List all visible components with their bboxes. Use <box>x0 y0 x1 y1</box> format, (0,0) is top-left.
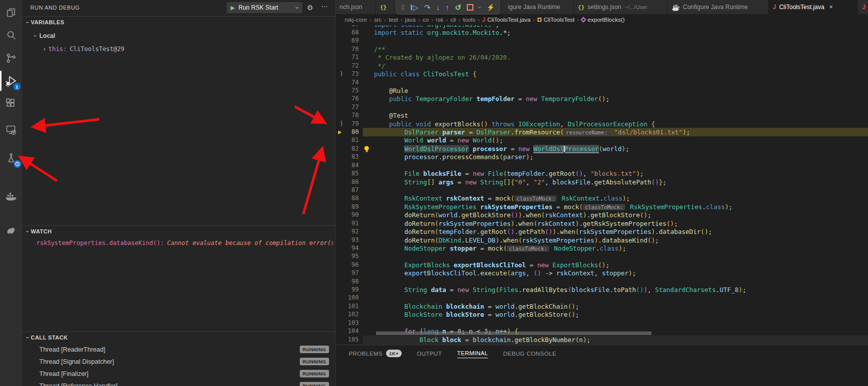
lightbulb-icon[interactable] <box>364 146 369 151</box>
line-number[interactable]: 87 <box>347 186 359 195</box>
line-number[interactable]: 71 <box>347 53 359 62</box>
hot-code-replace-icon[interactable]: ⚡ <box>486 4 495 11</box>
line-number[interactable]: 86 <box>347 178 359 186</box>
panel-tab-debug-console[interactable]: DEBUG CONSOLE <box>503 351 557 358</box>
code-line-80[interactable]: ▶80 DslParser parser = DslParser.fromRes… <box>336 128 868 136</box>
code-editor[interactable]: 67import static org.junit.Assert.*;68imp… <box>336 25 868 345</box>
stop-icon[interactable] <box>467 4 473 11</box>
close-icon[interactable]: × <box>829 4 833 11</box>
stop-chevron-icon[interactable]: › <box>477 6 483 8</box>
step-over-icon[interactable]: ↷ <box>424 4 430 11</box>
gutter-marker-icon[interactable]: ) <box>340 120 343 128</box>
line-number[interactable]: 75 <box>347 86 359 95</box>
line-number[interactable]: 69 <box>347 36 359 45</box>
code-line-88[interactable]: 88 RskContext rskContext = mock(classToM… <box>336 194 868 203</box>
line-number[interactable]: 97 <box>347 269 359 277</box>
line-number[interactable]: 80 <box>347 128 359 136</box>
call-stack-section-header[interactable]: › CALL STACK <box>22 331 335 343</box>
breadcrumb-item[interactable]: rsk <box>436 17 443 23</box>
code-line-98[interactable]: 98 <box>336 277 868 286</box>
line-number[interactable]: 84 <box>347 161 359 170</box>
breadcrumb-item[interactable]: JCliToolsTest.java <box>482 17 531 23</box>
line-number[interactable]: 88 <box>347 194 359 203</box>
line-number[interactable]: 103 <box>347 319 359 327</box>
gutter-marker-icon[interactable]: ) <box>340 70 343 78</box>
restart-icon[interactable]: ↺ <box>455 4 461 11</box>
line-number[interactable]: 98 <box>347 277 359 286</box>
more-actions-icon[interactable]: ⋯ <box>321 2 329 10</box>
code-line-87[interactable]: 87 <box>336 186 868 195</box>
gear-icon[interactable]: ⚙ <box>307 4 313 12</box>
editor-tab-settings.json[interactable]: {}settings.json~/.../User <box>574 0 668 14</box>
variables-scope-local[interactable]: › Local <box>22 30 335 41</box>
source-control-icon[interactable] <box>0 47 22 69</box>
code-line-81[interactable]: 81 World world = new World(); <box>336 136 868 144</box>
breadcrumb-item[interactable]: CliToolsTest <box>537 17 574 23</box>
line-number[interactable]: 96 <box>347 261 359 269</box>
editor-tab-Configure Java Runtime[interactable]: ☕Configure Java Runtime <box>668 0 769 14</box>
code-line-101[interactable]: 101 Blockchain blockchain = world.getBlo… <box>336 302 868 311</box>
line-number[interactable]: 101 <box>347 302 359 311</box>
code-line-83[interactable]: 83 processor.processCommands(parser); <box>336 153 868 161</box>
editor-tab-partial[interactable]: J <box>858 0 868 14</box>
code-line-93[interactable]: 93 doReturn(DbKind.LEVEL_DB).when(rskSys… <box>336 236 868 245</box>
line-number[interactable]: 99 <box>347 285 359 294</box>
continue-icon[interactable]: ▷ <box>411 4 419 11</box>
line-number[interactable]: 92 <box>347 227 359 236</box>
breadcrumb-item[interactable]: co <box>422 17 428 23</box>
panel-tab-terminal[interactable]: TERMINAL <box>457 350 488 358</box>
extensions-icon[interactable] <box>0 92 22 115</box>
code-line-70[interactable]: 70/** <box>336 45 868 54</box>
line-number[interactable]: 94 <box>347 244 359 253</box>
line-number[interactable]: 90 <box>347 211 359 219</box>
docker-icon[interactable] <box>0 185 22 207</box>
code-line-76[interactable]: 76 public TemporaryFolder tempFolder = n… <box>336 94 868 103</box>
code-line-90[interactable]: 90 doReturn(world.getBlockStore()).when(… <box>336 211 868 219</box>
code-line-84[interactable]: 84 <box>336 161 868 170</box>
code-line-86[interactable]: 86 String[] args = new String[]{"0", "2"… <box>336 178 868 186</box>
code-line-95[interactable]: 95 <box>336 252 868 261</box>
code-line-100[interactable]: 100 <box>336 294 868 302</box>
breadcrumb-item[interactable]: java <box>405 17 416 23</box>
code-line-102[interactable]: 102 BlockStore blockStore = world.getBlo… <box>336 310 868 319</box>
launch-config-dropdown[interactable]: ▶ Run RSK Start › <box>227 2 302 13</box>
line-number[interactable]: 89 <box>347 203 359 211</box>
code-line-105[interactable]: 105 Block block = blockchain.getBlockByN… <box>336 335 868 344</box>
breadcrumb-item[interactable]: rskj-core <box>345 17 367 23</box>
step-out-icon[interactable]: ↑ <box>446 4 450 11</box>
variable-this-row[interactable]: › this: CliToolsTest@29 <box>22 43 335 55</box>
line-number[interactable]: 83 <box>347 153 359 161</box>
line-number[interactable]: 95 <box>347 252 359 261</box>
panel-tab-problems[interactable]: PROBLEMS1K+ <box>349 350 402 359</box>
remote-explorer-icon[interactable] <box>0 119 22 141</box>
line-number[interactable]: 82 <box>347 144 359 153</box>
breadcrumb-item[interactable]: tools <box>463 17 475 23</box>
code-line-82[interactable]: 82 WorldDslProcessor processor = new Wor… <box>336 144 868 153</box>
run-and-debug-icon[interactable]: 1 <box>0 70 22 92</box>
line-number[interactable]: 102 <box>347 310 359 319</box>
line-number[interactable]: 68 <box>347 28 359 37</box>
code-line-79[interactable]: )79 public void exportBlocks() throws IO… <box>336 120 868 128</box>
editor-tab-nch.json[interactable]: nch.json <box>336 0 376 14</box>
call-stack-thread-row[interactable]: Thread [ReaderThread]RUNNING <box>22 344 335 355</box>
line-number[interactable]: 77 <box>347 103 359 112</box>
line-number[interactable]: 73 <box>347 70 359 78</box>
code-line-75[interactable]: 75 @Rule <box>336 86 868 95</box>
line-number[interactable]: 85 <box>347 169 359 178</box>
line-number[interactable]: 79 <box>347 120 359 128</box>
code-line-103[interactable]: 103 <box>336 319 868 327</box>
search-icon[interactable] <box>0 24 22 46</box>
grip-icon[interactable]: ⣿ <box>401 5 405 10</box>
call-stack-thread-row[interactable]: Thread [Finalizer]RUNNING <box>22 368 335 379</box>
code-line-91[interactable]: 91 doReturn(rskSystemProperties).when(rs… <box>336 219 868 228</box>
step-into-icon[interactable]: ↓ <box>436 4 440 11</box>
editor-tab-CliToolsTest.java[interactable]: JCliToolsTest.java× <box>769 0 858 14</box>
code-line-68[interactable]: 68import static org.mockito.Mockito.*; <box>336 28 868 37</box>
variables-section-header[interactable]: › VARIABLES <box>22 16 335 28</box>
panel-tab-output[interactable]: OUTPUT <box>417 351 442 358</box>
code-line-72[interactable]: 72 */ <box>336 62 868 70</box>
code-line-97[interactable]: 97 exportBlocksCliTool.execute(args, () … <box>336 269 868 277</box>
line-number[interactable]: 70 <box>347 45 359 54</box>
line-number[interactable]: 104 <box>347 327 359 335</box>
line-number[interactable]: 93 <box>347 236 359 245</box>
